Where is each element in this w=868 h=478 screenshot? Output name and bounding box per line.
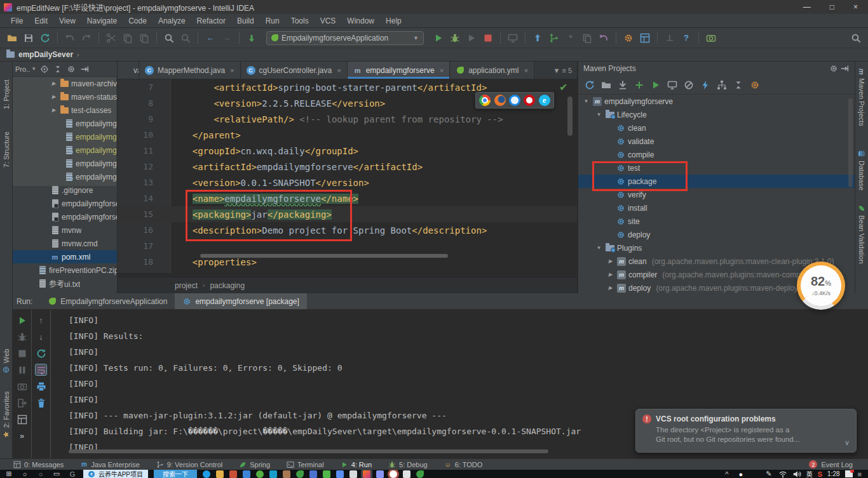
- maven-toolbar-icon[interactable]: [699, 79, 711, 91]
- run-toolbar-icon[interactable]: ↑: [36, 315, 46, 326]
- search-button[interactable]: 搜索一下: [154, 470, 197, 478]
- tree-expand-arrow-icon[interactable]: ▶: [50, 94, 58, 100]
- run-toolbar-icon[interactable]: [17, 348, 27, 359]
- taskbar-app-icon[interactable]: [203, 470, 210, 478]
- project-tree-item[interactable]: .gitignore: [13, 183, 117, 197]
- tool-window-button[interactable]: m Java Enterprise: [73, 461, 146, 468]
- toolbar-icon[interactable]: ←: [203, 31, 217, 45]
- toolbar-icon[interactable]: [57, 32, 58, 44]
- toolbar-icon[interactable]: [245, 31, 259, 45]
- toolbar-icon[interactable]: [506, 31, 520, 45]
- maven-tree-item[interactable]: deploy: [578, 228, 855, 241]
- toolbar-icon[interactable]: [63, 31, 77, 45]
- toolbar-icon[interactable]: [121, 31, 135, 45]
- toolbar-icon[interactable]: [179, 31, 193, 45]
- toolbar-icon[interactable]: [156, 32, 157, 44]
- taskbar-app-icon[interactable]: [216, 470, 224, 478]
- menu-item[interactable]: VCS: [315, 15, 342, 27]
- menu-item[interactable]: Code: [123, 15, 153, 27]
- tab-overflow-controls[interactable]: ▼ ≡ 5: [553, 62, 577, 79]
- run-configuration-select[interactable]: EmpdailymgforserveApplication ▼: [266, 31, 424, 45]
- breadcrumb-packaging-tag[interactable]: packaging: [210, 281, 245, 290]
- code-line[interactable]: 13 <version>0.0.1-SNAPSHOT</version>: [118, 175, 577, 190]
- toolbar-icon[interactable]: [38, 31, 52, 45]
- maven-tree-item[interactable]: ▼ m empdailymgforserve: [578, 95, 855, 108]
- tool-stripe-favorites[interactable]: 2: Favorites: [0, 377, 13, 438]
- toolbar-icon[interactable]: [465, 31, 478, 45]
- menu-item[interactable]: File: [5, 15, 29, 27]
- toolbar-icon[interactable]: [580, 31, 594, 45]
- tool-stripe-bean-validation[interactable]: Bean Validation: [855, 204, 868, 276]
- code-line[interactable]: 19 <java.version>1.8</java.version>: [118, 270, 577, 273]
- close-tab-icon[interactable]: ×: [440, 67, 444, 74]
- maven-tree-item[interactable]: ▼ Plugins: [578, 241, 855, 255]
- toolbar-icon[interactable]: [547, 31, 561, 45]
- toolbar-icon[interactable]: [104, 31, 118, 45]
- toolbar-icon[interactable]: [500, 32, 501, 44]
- maven-tree-item[interactable]: validate: [578, 135, 855, 148]
- run-toolbar-icon[interactable]: [36, 381, 46, 392]
- notification-center-icon[interactable]: [845, 470, 853, 477]
- panel-header-icon[interactable]: [65, 63, 76, 74]
- tool-window-button[interactable]: 5: Debug: [381, 461, 435, 468]
- project-tree-item[interactable]: empdailymgforser: [13, 197, 117, 210]
- project-tree-item[interactable]: empdailymgfor: [13, 117, 117, 130]
- close-tab-icon[interactable]: ×: [524, 67, 528, 74]
- project-tree-item[interactable]: m pom.xml: [13, 250, 117, 263]
- taskbar-system-icon[interactable]: G: [67, 470, 78, 478]
- search-everywhere-icon[interactable]: [849, 31, 863, 45]
- maven-toolbar-icon[interactable]: [749, 79, 761, 91]
- tree-expand-arrow-icon[interactable]: ▶: [50, 81, 58, 86]
- tree-expand-arrow-icon[interactable]: ▶: [606, 258, 614, 264]
- tool-window-button[interactable]: 4: Run: [334, 461, 379, 468]
- taskbar-system-icon[interactable]: ▭: [51, 470, 62, 478]
- maven-scrollbar[interactable]: [848, 98, 853, 187]
- maven-toolbar-icon[interactable]: [682, 79, 695, 91]
- tool-window-button[interactable]: 9: Version Control: [149, 461, 229, 468]
- taskbar-app-icon[interactable]: [403, 470, 410, 478]
- tool-window-button[interactable]: Terminal: [280, 461, 331, 468]
- close-tab-icon[interactable]: ×: [337, 67, 341, 74]
- tree-expand-arrow-icon[interactable]: ▼: [595, 245, 603, 251]
- firefox-icon[interactable]: [494, 95, 506, 106]
- maven-tree-item[interactable]: ▼ Lifecycle: [578, 108, 855, 121]
- maven-tree-item[interactable]: site: [578, 215, 855, 228]
- toolbar-icon[interactable]: →: [220, 31, 234, 45]
- panel-header-icon[interactable]: [839, 63, 850, 74]
- toolbar-icon[interactable]: [198, 32, 198, 44]
- code-line[interactable]: 9 <relativePath/> <!-- lookup parent fro…: [118, 111, 577, 127]
- maven-toolbar-icon[interactable]: [616, 79, 628, 91]
- editor-tab[interactable]: C cgUserController.java ×: [241, 62, 348, 79]
- maven-tree-item[interactable]: clean: [578, 121, 855, 135]
- toolbar-icon[interactable]: [657, 32, 658, 44]
- edge-taskbar-button[interactable]: e 云养牛APP项目: [83, 470, 148, 478]
- breadcrumb-project-tag[interactable]: project: [175, 281, 198, 290]
- project-tree-item[interactable]: 参考ui.txt: [13, 277, 117, 290]
- menu-item[interactable]: Analyze: [153, 15, 191, 27]
- project-tree-item[interactable]: empdailymgfor: [13, 157, 117, 170]
- tool-window-button[interactable]: ☺ 6: TODO: [437, 461, 490, 468]
- maven-toolbar-icon[interactable]: [633, 79, 645, 91]
- maven-tree-item[interactable]: compile: [578, 148, 855, 161]
- run-tab[interactable]: EmpdailymgforserveApplication: [40, 293, 175, 309]
- code-line[interactable]: 10 </parent>: [118, 127, 577, 143]
- run-toolbar-icon[interactable]: »: [17, 430, 27, 441]
- maximize-button[interactable]: □: [830, 3, 834, 11]
- taskbar-system-icon[interactable]: ⊞: [4, 470, 14, 478]
- tool-stripe-project[interactable]: 1: Project: [0, 63, 13, 109]
- toolbar-icon[interactable]: [137, 31, 151, 45]
- menu-item[interactable]: Refactor: [191, 15, 231, 27]
- toolbar-icon[interactable]: ⊥: [663, 31, 677, 45]
- close-tab-icon[interactable]: ×: [230, 67, 234, 74]
- taskbar-system-icon[interactable]: ○: [20, 470, 30, 478]
- run-toolbar-icon[interactable]: [17, 414, 27, 425]
- maven-toolbar-icon[interactable]: [649, 79, 661, 91]
- tray-icon[interactable]: ^: [722, 470, 731, 478]
- vcs-notification-toast[interactable]: ! VCS root configuration problems The di…: [635, 409, 857, 453]
- maven-toolbar-icon[interactable]: [666, 79, 678, 91]
- close-button[interactable]: ×: [853, 3, 858, 11]
- editor-vertical-scrollbar[interactable]: [567, 96, 573, 136]
- project-view-select[interactable]: Pro..▼: [15, 65, 36, 73]
- opera-icon[interactable]: [524, 95, 535, 106]
- tree-expand-arrow-icon[interactable]: ▼: [595, 112, 603, 117]
